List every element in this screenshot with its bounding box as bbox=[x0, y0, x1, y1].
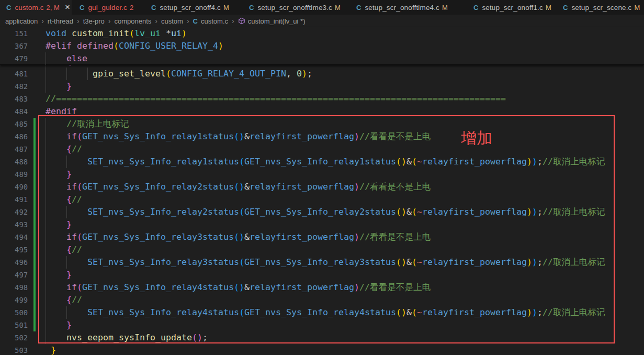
code-token: ) bbox=[182, 28, 187, 38]
line-number: 487 bbox=[0, 143, 28, 156]
line-number: 496 bbox=[0, 256, 28, 269]
c-file-icon: C bbox=[80, 4, 84, 12]
line-number: 488 bbox=[0, 156, 28, 168]
tab-label: gui_guider.c bbox=[88, 4, 127, 12]
tab-gui_guider.c[interactable]: Cgui_guider.c2 bbox=[72, 0, 142, 15]
code-token: ) bbox=[302, 69, 307, 79]
code-token bbox=[46, 69, 93, 79]
c-file-icon: C bbox=[473, 4, 478, 12]
breadcrumb-item-components[interactable]: components bbox=[115, 17, 152, 25]
line-number: 367 bbox=[0, 40, 28, 52]
tab-setup_scr_onofftime4.c[interactable]: Csetup_scr_onofftime4.cM bbox=[347, 0, 463, 15]
code-token: * bbox=[166, 28, 171, 38]
annotation-label: 增加 bbox=[461, 128, 492, 149]
code-token: ( bbox=[114, 41, 119, 51]
line-number: 491 bbox=[0, 193, 28, 206]
tab-bar: Ccustom.c2, M×Cgui_guider.c2Csetup_scr_o… bbox=[0, 0, 644, 15]
code-line-483[interactable]: 483//===================================… bbox=[0, 93, 644, 105]
chevron-right-icon: › bbox=[77, 17, 80, 25]
code-line-151[interactable]: 151void custom_init(lv_ui *ui) bbox=[0, 27, 644, 40]
code-token: else bbox=[66, 53, 87, 63]
code-token: ( bbox=[166, 69, 171, 79]
code-token: 0 bbox=[297, 69, 302, 79]
symbol-method-icon bbox=[238, 17, 245, 25]
tab-label: setup_scr_onofftime3.c bbox=[257, 4, 332, 12]
chevron-right-icon: › bbox=[232, 17, 234, 25]
close-icon[interactable]: × bbox=[65, 2, 70, 13]
line-number: 489 bbox=[0, 168, 28, 181]
code-line-503[interactable]: 503 } bbox=[0, 344, 644, 355]
tab-setup_scr_scene.c[interactable]: Csetup_scr_scene.cM bbox=[555, 0, 644, 15]
line-number: 479 bbox=[0, 52, 28, 65]
tab-custom.c[interactable]: Ccustom.c2, M× bbox=[0, 0, 72, 15]
code-token: } bbox=[51, 345, 56, 355]
code-token: lv_ui bbox=[134, 28, 161, 38]
code-line-481[interactable]: 481 gpio_set_level(CONFIG_RELAY_4_OUT_PI… bbox=[0, 68, 644, 80]
breadcrumb-item-application[interactable]: application bbox=[5, 17, 38, 25]
tab-setup_scr_onoff1.c[interactable]: Csetup_scr_onoff1.cM bbox=[460, 0, 555, 15]
c-file-icon: C bbox=[563, 4, 568, 12]
line-number: 493 bbox=[0, 218, 28, 231]
chevron-right-icon: › bbox=[187, 17, 189, 25]
line-number: 492 bbox=[0, 206, 28, 218]
breadcrumb-item-custom.c[interactable]: Ccustom.c bbox=[193, 17, 228, 25]
breadcrumb-label: application bbox=[5, 17, 38, 25]
line-number: 501 bbox=[0, 319, 28, 331]
code-token: //======================================… bbox=[46, 94, 506, 104]
c-file-icon: C bbox=[356, 4, 361, 12]
tab-label: custom.c bbox=[15, 4, 43, 12]
line-number: 490 bbox=[0, 181, 28, 193]
code-token bbox=[66, 28, 72, 38]
line-number: 483 bbox=[0, 93, 28, 105]
chevron-right-icon: › bbox=[155, 17, 157, 25]
code-token: ; bbox=[307, 69, 312, 79]
code-editor[interactable]: 480 {481 gpio_set_level(CONFIG_RELAY_4_O… bbox=[0, 27, 644, 355]
annotation-rectangle bbox=[38, 115, 615, 343]
code-token: CONFIG_USER_RELAY_4 bbox=[119, 41, 218, 51]
c-file-icon: C bbox=[151, 4, 156, 12]
breadcrumb-item-custominitlvui[interactable]: custom_init(lv_ui *) bbox=[238, 17, 306, 25]
code-line-482[interactable]: 482 } bbox=[0, 80, 644, 93]
code-token: } bbox=[66, 81, 72, 91]
breadcrumb-label: rt-thread bbox=[48, 17, 73, 25]
breadcrumb-item-t3e-pro[interactable]: t3e-pro bbox=[83, 17, 105, 25]
line-number: 151 bbox=[0, 27, 28, 40]
code-line-367[interactable]: 367#elif defined(CONFIG_USER_RELAY_4) bbox=[0, 40, 644, 52]
breadcrumb-label: custom bbox=[161, 17, 183, 25]
code-token bbox=[46, 81, 66, 91]
code-token: defined bbox=[77, 41, 114, 51]
code-token: ) bbox=[218, 41, 223, 51]
tab-status-badge: M bbox=[546, 4, 551, 12]
line-number: 503 bbox=[0, 344, 28, 355]
breadcrumb-label: t3e-pro bbox=[83, 17, 105, 25]
c-file-icon: C bbox=[249, 4, 254, 12]
line-number: 495 bbox=[0, 243, 28, 256]
c-file-icon: C bbox=[6, 4, 11, 12]
breadcrumb-label: custom.c bbox=[201, 17, 228, 25]
breadcrumb-item-rt-thread[interactable]: rt-thread bbox=[48, 17, 73, 25]
tab-label: setup_scr_onoff4.c bbox=[160, 4, 221, 12]
c-file-icon: C bbox=[193, 17, 198, 25]
line-number: 498 bbox=[0, 281, 28, 294]
breadcrumb-item-custom[interactable]: custom bbox=[161, 17, 183, 25]
git-added-gutter-bar bbox=[33, 118, 36, 331]
line-number: 485 bbox=[0, 118, 28, 130]
sticky-scroll: 151void custom_init(lv_ui *ui)367#elif d… bbox=[0, 27, 644, 65]
code-token: CONFIG_RELAY_4_OUT_PIN bbox=[171, 69, 286, 79]
code-line-479[interactable]: 479 else bbox=[0, 52, 644, 65]
tab-setup_scr_onofftime3.c[interactable]: Csetup_scr_onofftime3.cM bbox=[239, 0, 347, 15]
chevron-right-icon: › bbox=[108, 17, 111, 25]
code-token bbox=[46, 345, 51, 355]
code-token bbox=[161, 28, 166, 38]
code-text: } bbox=[46, 344, 56, 355]
tab-setup_scr_onoff4.c[interactable]: Csetup_scr_onoff4.cM bbox=[142, 0, 239, 15]
breadcrumb-label: components bbox=[115, 17, 152, 25]
tab-label: setup_scr_onofftime4.c bbox=[365, 4, 439, 12]
tab-status-badge: M bbox=[335, 4, 341, 12]
code-token: gpio_set_level bbox=[93, 69, 166, 79]
code-text: void custom_init(lv_ui *ui) bbox=[46, 27, 187, 40]
tab-status-badge: 2 bbox=[130, 4, 133, 12]
code-text: //======================================… bbox=[46, 93, 506, 105]
code-text: #elif defined(CONFIG_USER_RELAY_4) bbox=[46, 40, 223, 52]
line-number: 499 bbox=[0, 294, 28, 306]
